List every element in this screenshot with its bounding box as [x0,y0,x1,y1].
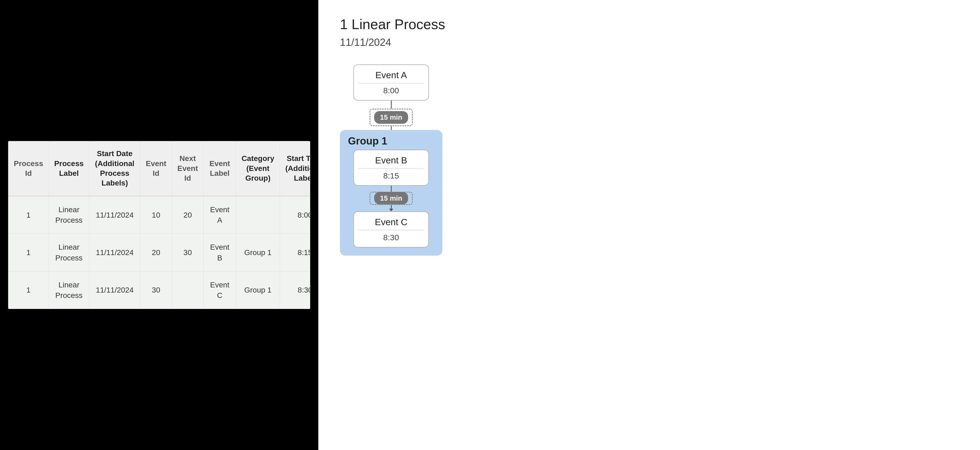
table-row: 1 Linear Process 11/11/2024 20 30 Event … [8,234,310,271]
cell-event-label: Event A [204,196,236,234]
cell-process-id: 1 [8,196,49,234]
event-c-name: Event C [354,212,428,230]
event-c-node: Event C 8:30 [353,211,429,248]
flow-diagram: Event A 8:00 15 min Group 1 Event B 8:15 [340,64,442,256]
group-1-container: Group 1 Event B 8:15 15 min Event [340,130,442,256]
event-b-name: Event B [354,150,428,168]
left-panel: Process Id Process Label Start Date (Add… [0,0,318,450]
event-a-node: Event A 8:00 [353,64,429,100]
time-badge-1: 15 min [374,111,408,124]
col-header-process-id: Process Id [8,141,49,196]
cell-process-id: 1 [8,234,49,271]
cell-start-time: 8:00 [280,196,310,234]
col-header-event-label: Event Label [204,141,236,196]
dashed-badge-2-wrapper: 15 min [369,192,413,205]
cell-next-event-id: 30 [172,234,204,271]
time-badge-2: 15 min [374,192,408,204]
right-panel: 1 Linear Process 11/11/2024 Event A 8:00… [318,0,980,450]
process-title: 1 Linear Process [340,16,445,32]
arrowhead-2 [389,209,393,211]
cell-start-date: 11/11/2024 [89,234,140,271]
cell-start-time: 8:30 [280,271,310,309]
event-a-name: Event A [354,65,428,83]
event-b-node: Event B 8:15 [353,149,429,186]
group-label: Group 1 [348,135,387,147]
cell-process-label: Linear Process [49,234,89,271]
connector-1: 15 min [369,100,413,130]
table-row: 1 Linear Process 11/11/2024 10 20 Event … [8,196,310,234]
cell-category [236,196,280,234]
table-header-row: Process Id Process Label Start Date (Add… [8,141,310,196]
dashed-badge-1-wrapper: 15 min [369,109,413,126]
col-header-process-label: Process Label [49,141,89,196]
data-table-wrapper: Process Id Process Label Start Date (Add… [8,141,310,309]
connector-2: 15 min [369,186,413,209]
event-c-time: 8:30 [354,230,428,247]
cell-event-label: Event B [204,234,236,271]
arrow-segment-3 [391,186,392,192]
cell-event-id: 30 [140,271,172,309]
arrow-segment-4 [391,205,392,209]
process-table: Process Id Process Label Start Date (Add… [8,141,310,309]
cell-process-label: Linear Process [49,196,89,234]
col-header-start-time: Start Time (Additional Label) [280,141,310,196]
cell-category: Group 1 [236,234,280,271]
cell-event-id: 20 [140,234,172,271]
cell-next-event-id [172,271,204,309]
cell-process-label: Linear Process [49,271,89,309]
col-header-start-date: Start Date (Additional Process Labels) [89,141,140,196]
cell-process-id: 1 [8,271,49,309]
col-header-next-event-id: Next Event Id [172,141,204,196]
cell-event-label: Event C [204,271,236,309]
cell-event-id: 10 [140,196,172,234]
table-row: 1 Linear Process 11/11/2024 30 Event C G… [8,271,310,309]
col-header-event-id: Event Id [140,141,172,196]
event-b-time: 8:15 [354,169,428,185]
arrow-segment-1 [391,100,392,109]
col-header-category: Category (Event Group) [236,141,280,196]
cell-start-date: 11/11/2024 [89,271,140,309]
cell-category: Group 1 [236,271,280,309]
process-date: 11/11/2024 [340,37,391,48]
event-a-time: 8:00 [354,83,428,100]
cell-next-event-id: 20 [172,196,204,234]
cell-start-time: 8:15 [280,234,310,271]
cell-start-date: 11/11/2024 [89,196,140,234]
arrow-segment-2 [391,126,392,130]
